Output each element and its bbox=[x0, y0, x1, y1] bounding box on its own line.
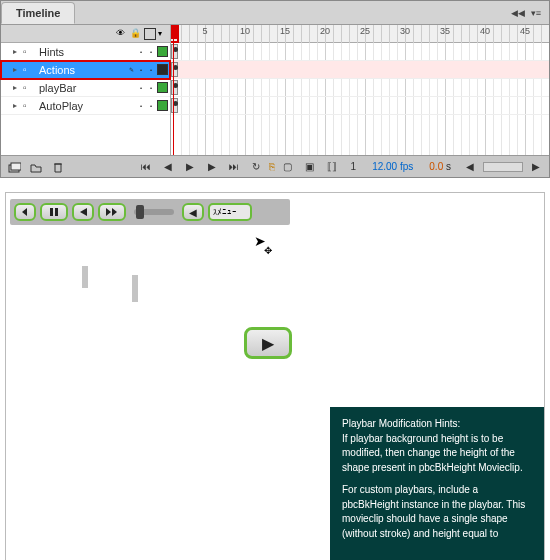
panel-control-left-icon[interactable]: ◀◀ bbox=[511, 8, 525, 18]
layer-expand-icon[interactable]: ▸ bbox=[13, 47, 23, 56]
frames-grid[interactable] bbox=[171, 43, 549, 155]
goto-first-button[interactable]: ⏮ bbox=[137, 158, 155, 176]
layer-script-icon[interactable]: ✎ bbox=[127, 66, 135, 74]
step-back-button[interactable]: ◀ bbox=[159, 158, 177, 176]
frames-track[interactable] bbox=[171, 43, 549, 61]
elapsed-time-value[interactable]: 0.0 bbox=[429, 161, 443, 172]
playbar[interactable]: ◀ ｽ ﾒﾆｭｰ bbox=[10, 199, 290, 225]
layer-outline-swatch[interactable] bbox=[157, 100, 168, 111]
layer-name-label[interactable]: playBar bbox=[39, 82, 137, 94]
center-play-button[interactable]: ▶ bbox=[244, 327, 292, 359]
layer-visibility-dot[interactable]: • bbox=[137, 66, 145, 74]
layer-row[interactable]: ▸▫playBar•• bbox=[1, 79, 170, 97]
layers-column: 👁 🔒 ▾ ▸▫Hints••▸▫Actions✎••▸▫playBar••▸▫… bbox=[1, 25, 171, 155]
frames-track[interactable] bbox=[171, 97, 549, 115]
frames-column[interactable]: 15101520253035404550 bbox=[171, 25, 549, 155]
onion-outline-button[interactable]: ▣ bbox=[301, 158, 319, 176]
layer-outline-swatch[interactable] bbox=[157, 82, 168, 93]
layer-type-icon: ▫ bbox=[23, 64, 39, 75]
layer-expand-icon[interactable]: ▸ bbox=[13, 65, 23, 74]
layer-outline-swatch[interactable] bbox=[157, 64, 168, 75]
fps-value[interactable]: 12.00 bbox=[372, 161, 397, 172]
center-frame-icon[interactable]: ⎘ bbox=[269, 161, 275, 172]
scroll-right-button[interactable]: ▶ bbox=[527, 158, 545, 176]
layer-type-icon: ▫ bbox=[23, 100, 39, 111]
hints-paragraph-2: For custom playbars, include a pbcBkHeig… bbox=[342, 483, 532, 541]
timeline-bottom-bar: ⏮ ◀ ▶ ▶ ⏭ ↻ ⎘ ▢ ▣ ⟦⟧ 1 12.00 fps 0.0 s ◀… bbox=[1, 155, 549, 177]
layer-visibility-dot[interactable]: • bbox=[137, 102, 145, 110]
layer-lock-dot[interactable]: • bbox=[147, 84, 155, 92]
ruler-label: 15 bbox=[280, 26, 290, 36]
svg-rect-1 bbox=[11, 163, 21, 170]
frames-track[interactable] bbox=[171, 61, 549, 79]
playbar-prev-button[interactable]: ◀ bbox=[182, 203, 204, 221]
layer-visibility-dot[interactable]: • bbox=[137, 48, 145, 56]
visibility-column-icon[interactable]: 👁 bbox=[116, 28, 128, 40]
layer-name-label[interactable]: Hints bbox=[39, 46, 137, 58]
outline-column-icon[interactable] bbox=[144, 28, 156, 40]
playbar-rewind-button[interactable] bbox=[14, 203, 36, 221]
layer-name-label[interactable]: Actions bbox=[39, 64, 127, 76]
layer-row[interactable]: ▸▫AutoPlay•• bbox=[1, 97, 170, 115]
panel-header: Timeline ◀◀ ▾≡ bbox=[1, 1, 549, 25]
current-frame-number[interactable]: 1 bbox=[345, 161, 363, 172]
hints-panel: Playbar Modification Hints: If playbar b… bbox=[330, 407, 544, 560]
layer-lock-dot[interactable]: • bbox=[147, 48, 155, 56]
goto-last-button[interactable]: ⏭ bbox=[225, 158, 243, 176]
timeline-tab[interactable]: Timeline bbox=[1, 2, 75, 24]
layer-name-label[interactable]: AutoPlay bbox=[39, 100, 137, 112]
ruler-label: 20 bbox=[320, 26, 330, 36]
timeline-panel: Timeline ◀◀ ▾≡ 👁 🔒 ▾ ▸▫Hints••▸▫Actions✎… bbox=[0, 0, 550, 178]
playbar-menu-button[interactable]: ｽ ﾒﾆｭｰ bbox=[208, 203, 252, 221]
layer-type-icon: ▫ bbox=[23, 46, 39, 57]
layer-expand-icon[interactable]: ▸ bbox=[13, 83, 23, 92]
layer-lock-dot[interactable]: • bbox=[147, 66, 155, 74]
layer-outline-swatch[interactable] bbox=[157, 46, 168, 57]
play-button[interactable]: ▶ bbox=[181, 158, 199, 176]
ruler-label: 25 bbox=[360, 26, 370, 36]
layer-lock-dot[interactable]: • bbox=[147, 102, 155, 110]
layers-header: 👁 🔒 ▾ bbox=[1, 25, 170, 43]
layer-row[interactable]: ▸▫Hints•• bbox=[1, 43, 170, 61]
scroll-track[interactable] bbox=[483, 162, 523, 172]
loop-button[interactable]: ↻ bbox=[247, 158, 265, 176]
ruler-label: 30 bbox=[400, 26, 410, 36]
stage-preview: ◀ ｽ ﾒﾆｭｰ ➤ ✥ ▶ Playbar Modification Hint… bbox=[5, 192, 545, 560]
step-forward-button[interactable]: ▶ bbox=[203, 158, 221, 176]
new-layer-button[interactable] bbox=[5, 158, 23, 176]
layer-expand-icon[interactable]: ▸ bbox=[13, 101, 23, 110]
stage-shape-1 bbox=[82, 266, 88, 288]
ruler-label: 5 bbox=[202, 26, 207, 36]
cursor-arrow-icon: ➤ bbox=[254, 233, 266, 249]
fps-label: fps bbox=[400, 161, 413, 172]
playbar-forward-button[interactable] bbox=[98, 203, 126, 221]
elapsed-time-unit: s bbox=[446, 161, 451, 172]
ruler-label: 35 bbox=[440, 26, 450, 36]
playhead-cap-icon[interactable] bbox=[171, 25, 179, 39]
move-cursor-icon: ✥ bbox=[264, 245, 272, 256]
svg-rect-3 bbox=[55, 208, 58, 216]
playbar-back-button[interactable] bbox=[72, 203, 94, 221]
panel-menu-icon[interactable]: ▾≡ bbox=[531, 8, 541, 18]
playbar-slider[interactable] bbox=[134, 209, 174, 215]
playhead[interactable] bbox=[173, 25, 174, 155]
hints-paragraph-1: If playbar background height is to be mo… bbox=[342, 433, 523, 473]
layer-row[interactable]: ▸▫Actions✎•• bbox=[1, 61, 170, 79]
stage-shape-2 bbox=[132, 275, 138, 302]
playbar-play-pause-button[interactable] bbox=[40, 203, 68, 221]
frame-ruler[interactable]: 15101520253035404550 bbox=[171, 25, 549, 43]
playbar-slider-knob[interactable] bbox=[136, 205, 144, 219]
new-folder-button[interactable] bbox=[27, 158, 45, 176]
ruler-label: 10 bbox=[240, 26, 250, 36]
edit-multiple-button[interactable]: ⟦⟧ bbox=[323, 158, 341, 176]
hints-title: Playbar Modification Hints: bbox=[342, 418, 460, 429]
delete-layer-button[interactable] bbox=[49, 158, 67, 176]
timeline-body: 👁 🔒 ▾ ▸▫Hints••▸▫Actions✎••▸▫playBar••▸▫… bbox=[1, 25, 549, 155]
ruler-label: 40 bbox=[480, 26, 490, 36]
layers-dropdown-icon[interactable]: ▾ bbox=[158, 29, 166, 38]
frames-track[interactable] bbox=[171, 79, 549, 97]
layer-visibility-dot[interactable]: • bbox=[137, 84, 145, 92]
lock-column-icon[interactable]: 🔒 bbox=[130, 28, 142, 40]
onion-skin-button[interactable]: ▢ bbox=[279, 158, 297, 176]
scroll-left-button[interactable]: ◀ bbox=[461, 158, 479, 176]
